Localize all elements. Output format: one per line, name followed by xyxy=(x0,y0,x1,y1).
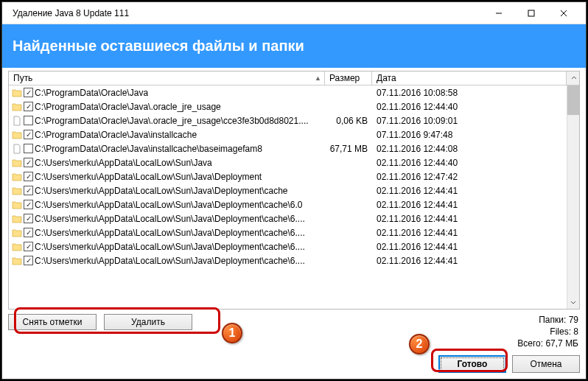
folder-icon xyxy=(12,158,22,167)
scrollbar-thumb[interactable] xyxy=(567,85,579,115)
cancel-button[interactable]: Отмена xyxy=(512,355,580,373)
minimize-icon xyxy=(495,10,503,17)
cell-path: C:\Users\merku\AppData\LocalLow\Sun\Java… xyxy=(9,242,325,252)
bottom-panel: Снять отметки Удалить Папки: 79 Files: 8… xyxy=(8,310,580,373)
row-checkbox[interactable] xyxy=(24,130,33,139)
row-checkbox[interactable] xyxy=(24,200,33,209)
row-checkbox[interactable] xyxy=(24,102,33,111)
row-path-text: C:\ProgramData\Oracle\Java\.oracle_jre_u… xyxy=(35,116,309,126)
folder-icon xyxy=(12,88,22,97)
column-header-path[interactable]: Путь ▲ xyxy=(9,71,325,85)
table-row[interactable]: C:\Users\merku\AppData\LocalLow\Sun\Java… xyxy=(9,155,567,169)
file-table: Путь ▲ Размер Дата C:\ProgramData\Oracle… xyxy=(8,71,580,310)
window-title: Удаление Java 8 Update 111 xyxy=(8,8,483,18)
column-label: Путь xyxy=(13,73,32,83)
uncheck-all-button[interactable]: Снять отметки xyxy=(8,314,97,330)
row-path-text: C:\ProgramData\Oracle\Java\installcache xyxy=(35,130,197,140)
table-row[interactable]: C:\Users\merku\AppData\LocalLow\Sun\Java… xyxy=(9,226,567,240)
cell-date: 02.11.2016 12:44:41 xyxy=(372,214,567,224)
cell-date: 02.11.2016 12:44:40 xyxy=(372,102,567,112)
row-path-text: C:\Users\merku\AppData\LocalLow\Sun\Java… xyxy=(35,200,303,210)
folder-icon xyxy=(12,228,22,237)
cell-path: C:\ProgramData\Oracle\Java\installcache xyxy=(9,130,325,140)
cell-path: C:\Users\merku\AppData\LocalLow\Sun\Java… xyxy=(9,186,325,196)
table-row[interactable]: C:\Users\merku\AppData\LocalLow\Sun\Java… xyxy=(9,240,567,254)
cell-size: 0,06 KB xyxy=(325,116,372,126)
done-button[interactable]: Готово xyxy=(438,355,506,373)
table-row[interactable]: C:\Users\merku\AppData\LocalLow\Sun\Java… xyxy=(9,212,567,226)
cell-path: C:\ProgramData\Oracle\Java\installcache\… xyxy=(9,144,325,154)
cell-path: C:\Users\merku\AppData\LocalLow\Sun\Java xyxy=(9,158,325,168)
folder-icon xyxy=(12,214,22,223)
row-path-text: C:\ProgramData\Oracle\Java\.oracle_jre_u… xyxy=(35,102,221,112)
row-checkbox[interactable] xyxy=(24,256,33,265)
folder-icon xyxy=(12,186,22,195)
cell-size: 67,71 MB xyxy=(325,144,372,154)
row-checkbox[interactable] xyxy=(24,186,33,195)
cell-date: 07.11.2016 10:08:58 xyxy=(372,88,567,98)
table-row[interactable]: C:\ProgramData\Oracle\Java\.oracle_jre_u… xyxy=(9,113,567,127)
cell-path: C:\Users\merku\AppData\LocalLow\Sun\Java… xyxy=(9,172,325,182)
chevron-up-icon xyxy=(571,75,577,81)
folder-icon xyxy=(12,256,22,265)
table-body: C:\ProgramData\Oracle\Java07.11.2016 10:… xyxy=(9,85,579,309)
row-path-text: C:\ProgramData\Oracle\Java\installcache\… xyxy=(35,144,262,154)
table-row[interactable]: C:\Users\merku\AppData\LocalLow\Sun\Java… xyxy=(9,198,567,212)
bottom-row-actions: Снять отметки Удалить Папки: 79 Files: 8… xyxy=(8,314,580,349)
table-row[interactable]: C:\Users\merku\AppData\LocalLow\Sun\Java… xyxy=(9,183,567,198)
cell-date: 02.11.2016 12:44:41 xyxy=(372,200,567,210)
table-row[interactable]: C:\Users\merku\AppData\LocalLow\Sun\Java… xyxy=(9,169,567,183)
scrollbar-track[interactable] xyxy=(567,115,579,296)
bottom-row-dialog-buttons: Готово Отмена xyxy=(8,352,580,373)
table-row[interactable]: C:\ProgramData\Oracle\Java\installcache0… xyxy=(9,127,567,141)
banner-heading: Найденные оставшиеся файлы и папки xyxy=(2,24,586,68)
row-checkbox[interactable] xyxy=(24,228,33,237)
cell-path: C:\Users\merku\AppData\LocalLow\Sun\Java… xyxy=(9,200,325,210)
chevron-down-icon xyxy=(570,300,576,306)
table-row[interactable]: C:\ProgramData\Oracle\Java\installcache\… xyxy=(9,141,567,155)
column-header-date[interactable]: Дата xyxy=(372,71,567,85)
table-row[interactable]: C:\Users\merku\AppData\LocalLow\Sun\Java… xyxy=(9,254,567,268)
row-path-text: C:\Users\merku\AppData\LocalLow\Sun\Java… xyxy=(35,242,305,252)
sort-indicator-icon: ▲ xyxy=(315,74,321,82)
row-path-text: C:\Users\merku\AppData\LocalLow\Sun\Java… xyxy=(35,172,262,182)
stat-files-value: 8 xyxy=(573,326,578,337)
cell-date: 02.11.2016 12:47:42 xyxy=(372,172,567,182)
file-icon xyxy=(12,116,22,126)
cell-date: 02.11.2016 12:44:41 xyxy=(372,228,567,238)
stat-total-label: Всего: xyxy=(517,338,543,349)
stat-folders-label: Папки: xyxy=(539,315,566,325)
row-checkbox[interactable] xyxy=(24,242,33,251)
close-button[interactable] xyxy=(547,3,580,24)
row-checkbox[interactable] xyxy=(24,88,33,97)
stat-files-label: Files: xyxy=(550,326,571,337)
column-header-size[interactable]: Размер xyxy=(325,71,372,85)
dialog-window: Удаление Java 8 Update 111 Найденные ост… xyxy=(1,1,587,380)
maximize-button[interactable] xyxy=(515,3,547,24)
svg-rect-1 xyxy=(528,10,534,16)
row-checkbox[interactable] xyxy=(24,172,33,181)
cell-date: 02.11.2016 12:44:41 xyxy=(372,256,567,266)
folder-icon xyxy=(12,172,22,181)
folder-icon xyxy=(12,102,22,111)
cell-date: 07.11.2016 9:47:48 xyxy=(372,130,567,140)
minimize-button[interactable] xyxy=(483,3,515,24)
cell-path: C:\ProgramData\Oracle\Java xyxy=(9,88,325,98)
row-checkbox[interactable] xyxy=(24,144,33,153)
row-path-text: C:\Users\merku\AppData\LocalLow\Sun\Java… xyxy=(35,214,305,224)
vertical-scrollbar[interactable] xyxy=(567,85,579,309)
delete-button[interactable]: Удалить xyxy=(104,314,192,330)
close-icon xyxy=(560,10,567,17)
table-row[interactable]: C:\ProgramData\Oracle\Java\.oracle_jre_u… xyxy=(9,99,567,113)
row-checkbox[interactable] xyxy=(24,158,33,167)
summary-stats: Папки: 79 Files: 8 Всего: 67,7 МБ xyxy=(517,314,580,349)
table-row[interactable]: C:\ProgramData\Oracle\Java07.11.2016 10:… xyxy=(9,85,567,99)
content-area: Путь ▲ Размер Дата C:\ProgramData\Oracle… xyxy=(2,68,586,379)
row-checkbox[interactable] xyxy=(24,214,33,223)
scroll-down-button[interactable] xyxy=(567,296,579,309)
row-path-text: C:\Users\merku\AppData\LocalLow\Sun\Java… xyxy=(35,228,305,238)
row-checkbox[interactable] xyxy=(24,116,33,125)
titlebar: Удаление Java 8 Update 111 xyxy=(2,2,586,24)
stat-folders-value: 79 xyxy=(569,315,578,325)
cell-date: 07.11.2016 10:09:01 xyxy=(372,116,567,126)
